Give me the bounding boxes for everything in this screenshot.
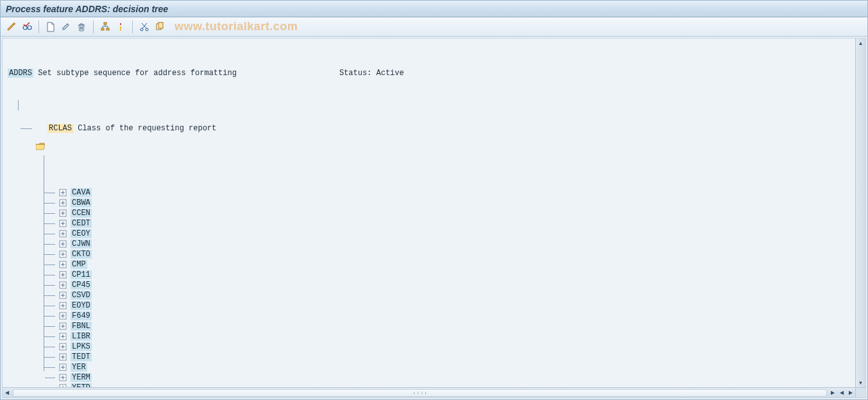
leaf-code: EOYD (71, 301, 92, 310)
window-title: Process feature ADDRS: decision tree (6, 4, 168, 14)
create-button[interactable] (44, 20, 58, 34)
leaf-code: YER (71, 363, 87, 372)
expand-icon[interactable] (59, 230, 68, 238)
status-label: Status: (339, 69, 371, 78)
leaf-code: F649 (71, 311, 92, 320)
scroll-track[interactable] (13, 389, 827, 397)
leaf-code: CJWN (71, 239, 92, 248)
leaf-code: CCEN (71, 209, 92, 218)
leaf-code: CMP (71, 260, 87, 269)
leaf-code: CBWA (71, 198, 92, 207)
leaf-code: LPKS (71, 342, 92, 351)
leaf-code: CSVD (71, 291, 92, 300)
tree-leaf[interactable]: CJWN (44, 239, 855, 249)
glasses-check-icon (22, 22, 32, 32)
horizontal-scrollbar[interactable]: ◀ ▶ ◀ ▶ (3, 387, 855, 397)
toolbar-separator (132, 21, 133, 33)
scroll-right2-button[interactable]: ▶ (846, 388, 855, 397)
svg-rect-10 (158, 22, 163, 28)
tree-leaf[interactable]: YER (44, 362, 855, 372)
tree-leaf[interactable]: CEOY (44, 229, 855, 239)
expand-icon[interactable] (59, 189, 68, 196)
change-button[interactable] (4, 20, 19, 34)
tree-leaf[interactable]: CP45 (44, 280, 855, 290)
tree-leaf[interactable]: YETD (44, 383, 855, 387)
scroll-right-button[interactable]: ▶ (828, 388, 837, 397)
expand-icon[interactable] (59, 363, 68, 371)
expand-icon[interactable] (59, 353, 68, 361)
svg-rect-4 (106, 28, 109, 30)
tree-leaf[interactable]: EOYD (44, 300, 855, 311)
tree-leaf[interactable]: F649 (44, 311, 855, 321)
expand-icon[interactable] (59, 281, 68, 289)
expand-icon[interactable] (59, 271, 68, 279)
tree-leaf[interactable]: TEDT (44, 352, 855, 362)
expand-icon[interactable] (59, 240, 68, 248)
tree-leaf[interactable]: YERM (44, 372, 855, 383)
tree-leaf[interactable]: CBWA (44, 198, 855, 208)
svg-point-8 (146, 28, 148, 31)
tree-root[interactable]: ADDRS Set subtype sequence for address f… (8, 68, 855, 78)
copy-button[interactable] (153, 20, 167, 34)
scroll-up-button[interactable]: ▲ (856, 39, 865, 48)
leaf-code: CEDT (71, 219, 92, 228)
hierarchy-icon (100, 22, 110, 32)
whereused-button[interactable] (98, 20, 112, 34)
leaf-code: TEDT (71, 352, 92, 361)
tree-leaf[interactable]: FBNL (44, 321, 855, 331)
leaf-code: CAVA (71, 188, 92, 197)
tree-leaf[interactable]: CP11 (44, 270, 855, 280)
tree-branch: RCLAS Class of the requesting report CAV… (18, 105, 855, 387)
edit-button[interactable] (59, 20, 73, 34)
scroll-left-button[interactable]: ◀ (3, 388, 12, 397)
expand-icon[interactable] (59, 312, 68, 320)
tree-leaf[interactable]: CMP (44, 259, 855, 270)
node-code: RCLAS (47, 124, 73, 133)
expand-icon[interactable] (59, 261, 68, 268)
scroll-down-button[interactable]: ▼ (856, 378, 865, 387)
cut-button[interactable] (137, 20, 151, 34)
svg-point-1 (28, 26, 31, 30)
svg-point-7 (140, 28, 143, 31)
expand-icon[interactable] (59, 302, 68, 309)
pencil-small-icon (61, 22, 71, 32)
content-area: ADDRS Set subtype sequence for address f… (2, 38, 866, 398)
root-text: Set subtype sequence for address formatt… (38, 69, 237, 78)
expand-icon[interactable] (59, 220, 68, 227)
tree-leaf[interactable]: CKTO (44, 249, 855, 259)
root-code: ADDRS (8, 69, 33, 78)
tree-viewport[interactable]: ADDRS Set subtype sequence for address f… (3, 39, 855, 387)
tree-leaf[interactable]: LPKS (44, 342, 855, 352)
toolbar-separator (93, 21, 94, 33)
expand-icon[interactable] (59, 291, 68, 299)
expand-icon[interactable] (59, 343, 68, 351)
leaf-code: CKTO (71, 250, 92, 259)
scroll-left2-button[interactable]: ◀ (837, 388, 846, 397)
expand-icon[interactable] (59, 322, 68, 330)
leaf-code: FBNL (71, 322, 92, 331)
expand-icon[interactable] (59, 374, 68, 381)
scissors-icon (139, 22, 149, 32)
expand-icon[interactable] (59, 250, 68, 258)
check-button[interactable] (20, 20, 34, 34)
tree-leaf[interactable]: CCEN (44, 208, 855, 218)
attributes-button[interactable] (114, 20, 128, 34)
leaf-code: YERM (71, 373, 92, 382)
svg-rect-6 (120, 26, 121, 31)
expand-icon[interactable] (59, 199, 68, 207)
expand-icon[interactable] (59, 333, 68, 340)
tree-leaf[interactable]: CAVA (44, 187, 855, 198)
toolbar: www.tutorialkart.com (1, 17, 867, 37)
delete-button[interactable] (74, 20, 89, 34)
expand-icon[interactable] (59, 209, 68, 217)
tree-leaf[interactable]: LIBR (44, 331, 855, 342)
title-bar: Process feature ADDRS: decision tree (1, 1, 867, 17)
vertical-scrollbar[interactable]: ▲ ▼ (855, 39, 865, 387)
trash-icon (76, 22, 87, 32)
svg-rect-3 (101, 28, 104, 30)
tree-node-rclas[interactable]: RCLAS Class of the requesting report (18, 123, 855, 134)
tree-leaf[interactable]: CEDT (44, 218, 855, 229)
tree-children: CAVACBWACCENCEDTCEOYCJWNCKTOCMPCP11CP45C… (44, 161, 855, 387)
watermark-text: www.tutorialkart.com (168, 20, 298, 33)
tree-leaf[interactable]: CSVD (44, 290, 855, 300)
